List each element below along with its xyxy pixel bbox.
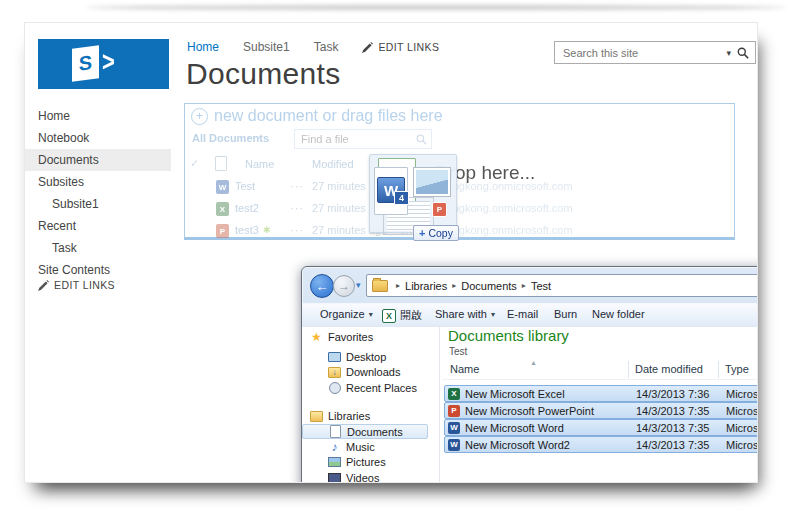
- search-icon[interactable]: [416, 134, 427, 145]
- breadcrumb-arrow-icon[interactable]: ▸: [393, 281, 403, 290]
- file-row-word2[interactable]: W New Microsoft Word2 14/3/2013 7:35 Mic…: [444, 436, 758, 453]
- file-name: New Microsoft Word: [465, 422, 564, 434]
- share-with-label: Share with: [435, 308, 487, 320]
- powerpoint-file-icon: P: [216, 224, 229, 238]
- sidebar-edit-links[interactable]: EDIT LINKS: [38, 279, 115, 291]
- back-button[interactable]: ←: [310, 274, 334, 298]
- sidebar-item-subsite1[interactable]: Subsite1: [25, 193, 171, 215]
- row-ellipsis-menu[interactable]: ···: [290, 180, 304, 192]
- document-row[interactable]: P test3 ✱ ··· 27 minutes ago eric@yuhong…: [185, 224, 734, 240]
- sidebar-item-recent[interactable]: Recent: [25, 215, 171, 237]
- excel-app-icon: X: [382, 309, 396, 323]
- breadcrumb-libraries[interactable]: Libraries: [405, 280, 447, 292]
- tree-item-documents[interactable]: Documents: [302, 424, 428, 439]
- site-search-input[interactable]: [561, 46, 720, 60]
- find-a-file-box: [294, 129, 432, 149]
- explorer-toolbar: Organize ▾ X 開啟 Share with ▾ E-mail Burn…: [302, 303, 758, 329]
- star-icon: ★: [310, 331, 323, 343]
- page-title: Documents: [186, 57, 340, 91]
- chevron-down-icon: ▾: [369, 310, 373, 319]
- document-name[interactable]: test3: [235, 224, 259, 236]
- file-row-powerpoint[interactable]: P New Microsoft PowerPoint 14/3/2013 7:3…: [444, 402, 758, 419]
- file-row-excel[interactable]: X New Microsoft Excel 14/3/2013 7:36 Mic…: [444, 385, 758, 402]
- sidebar-item-notebook[interactable]: Notebook: [25, 127, 171, 149]
- forward-button[interactable]: →: [333, 275, 355, 297]
- search-icon[interactable]: [737, 47, 749, 59]
- new-folder-button[interactable]: New folder: [592, 308, 645, 320]
- tree-item-videos[interactable]: Videos: [302, 470, 438, 483]
- file-row-word[interactable]: W New Microsoft Word 14/3/2013 7:35 Micr…: [444, 419, 758, 436]
- tree-item-favorites[interactable]: ★ Favorites: [302, 329, 438, 344]
- address-bar[interactable]: ▸ Libraries ▸ Documents ▸ Test: [366, 274, 758, 297]
- row-ellipsis-menu[interactable]: ···: [290, 224, 304, 236]
- open-button[interactable]: X 開啟: [382, 308, 422, 323]
- pane-divider[interactable]: [439, 327, 440, 483]
- sidebar-item-task[interactable]: Task: [25, 237, 171, 259]
- copy-tooltip-label: Copy: [428, 227, 453, 239]
- sharepoint-logo[interactable]: S >: [38, 39, 169, 89]
- breadcrumb-arrow-icon[interactable]: ▸: [519, 281, 529, 290]
- tree-item-recent-places[interactable]: Recent Places: [302, 380, 438, 395]
- chevron-down-icon: ▾: [491, 310, 495, 319]
- column-divider[interactable]: [718, 361, 719, 378]
- tree-item-libraries[interactable]: Libraries: [302, 409, 438, 424]
- page-card: S > Home Subsite1 Task EDIT LINKS ▾ Docu…: [24, 22, 758, 483]
- recent-pages-dropdown-icon[interactable]: ▾: [356, 280, 361, 290]
- site-search-box: ▾: [554, 41, 756, 64]
- column-header-name[interactable]: Name: [245, 158, 274, 170]
- share-with-button[interactable]: Share with ▾: [435, 308, 495, 320]
- column-header-type[interactable]: Type: [725, 363, 749, 375]
- sidebar-item-site-contents[interactable]: Site Contents: [25, 259, 171, 281]
- sidebar-item-subsites[interactable]: Subsites: [25, 171, 171, 193]
- breadcrumb-arrow-icon[interactable]: ▸: [449, 281, 459, 290]
- column-header-date-modified[interactable]: Date modified: [635, 363, 703, 375]
- email-button[interactable]: E-mail: [507, 308, 538, 320]
- clock-icon: [328, 382, 341, 394]
- file-date: 14/3/2013 7:35: [636, 405, 709, 417]
- topnav-home[interactable]: Home: [187, 40, 219, 54]
- search-scope-dropdown-icon[interactable]: ▾: [726, 48, 731, 58]
- sort-ascending-icon: ▲: [530, 359, 537, 366]
- find-a-file-input[interactable]: [299, 132, 412, 146]
- file-type: Microso: [726, 388, 758, 400]
- pencil-icon: [362, 42, 373, 53]
- tree-item-downloads[interactable]: ↓ Downloads: [302, 365, 438, 380]
- explorer-nav-tree: ★ Favorites Desktop ↓ Downloads Recent P…: [302, 329, 438, 483]
- breadcrumb-test[interactable]: Test: [531, 280, 551, 292]
- powerpoint-thumb-icon: P: [432, 202, 447, 217]
- new-document-link[interactable]: + new document or drag files here: [191, 107, 443, 125]
- word-file-icon: W: [216, 180, 229, 194]
- column-divider[interactable]: [628, 361, 629, 378]
- new-document-label: new document or drag files here: [214, 107, 443, 125]
- document-name[interactable]: test2: [235, 202, 259, 214]
- document-row[interactable]: X test2 ··· 27 minutes ago eric@yuhongko…: [185, 202, 734, 218]
- sidebar-item-home[interactable]: Home: [25, 105, 171, 127]
- view-more-ellipsis[interactable]: ···: [247, 130, 262, 144]
- tree-item-music[interactable]: ♪ Music: [302, 439, 438, 454]
- column-header-modified[interactable]: Modified: [312, 158, 354, 170]
- organize-button[interactable]: Organize ▾: [320, 308, 373, 320]
- topnav-task[interactable]: Task: [314, 40, 339, 54]
- tree-label: Documents: [347, 426, 403, 438]
- explorer-window: ← → ▾ ▸ Libraries ▸ Documents ▸ Test Org…: [301, 266, 758, 483]
- tree-item-pictures[interactable]: Pictures: [302, 455, 438, 470]
- video-icon: [328, 472, 341, 483]
- burn-button[interactable]: Burn: [554, 308, 577, 320]
- topnav-edit-links[interactable]: EDIT LINKS: [362, 41, 439, 53]
- document-name[interactable]: Test: [235, 180, 255, 192]
- file-date: 14/3/2013 7:35: [636, 422, 709, 434]
- row-ellipsis-menu[interactable]: ···: [290, 202, 304, 214]
- documents-drop-zone[interactable]: + new document or drag files here All Do…: [184, 103, 735, 240]
- breadcrumb-documents[interactable]: Documents: [461, 280, 517, 292]
- tree-label: Music: [346, 441, 375, 453]
- top-navigation: Home Subsite1 Task EDIT LINKS: [187, 40, 439, 54]
- file-date: 14/3/2013 7:36: [636, 388, 709, 400]
- tree-item-desktop[interactable]: Desktop: [302, 349, 438, 364]
- select-all-check-icon[interactable]: ✓: [190, 157, 199, 170]
- page-top-shadow: [86, 5, 786, 10]
- pencil-icon: [38, 280, 49, 291]
- sidebar-item-documents[interactable]: Documents: [25, 149, 171, 171]
- column-header-name[interactable]: Name: [450, 363, 479, 375]
- topnav-subsite1[interactable]: Subsite1: [243, 40, 290, 54]
- music-note-icon: ♪: [328, 441, 341, 453]
